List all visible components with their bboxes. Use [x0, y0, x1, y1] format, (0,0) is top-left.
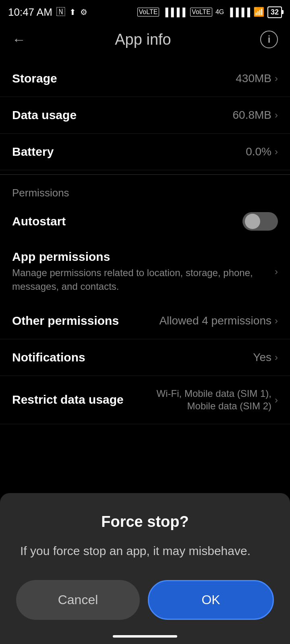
notifications-chevron: ›	[275, 352, 278, 363]
other-permissions-chevron: ›	[275, 315, 278, 326]
restrict-data-value: Wi-Fi, Mobile data (SIM 1), Mobile data …	[137, 387, 278, 412]
other-permissions-item[interactable]: Other permissions Allowed 4 permissions …	[0, 303, 290, 339]
app-permissions-title: App permissions	[12, 250, 275, 264]
cancel-button[interactable]: Cancel	[16, 580, 140, 620]
force-stop-dialog: Force stop? If you force stop an app, it…	[0, 493, 290, 644]
battery-chevron: ›	[275, 146, 278, 157]
modal-overlay: Force stop? If you force stop an app, it…	[0, 493, 290, 644]
wifi-icon: 📶	[253, 7, 264, 17]
info-button[interactable]: i	[260, 31, 278, 48]
divider-1	[0, 174, 290, 175]
battery-value: 0.0% ›	[246, 145, 278, 158]
restrict-data-item[interactable]: Restrict data usage Wi-Fi, Mobile data (…	[0, 376, 290, 424]
ok-button[interactable]: OK	[148, 580, 274, 620]
storage-label: Storage	[12, 72, 57, 85]
notifications-label: Notifications	[12, 351, 85, 364]
other-permissions-label: Other permissions	[12, 314, 119, 328]
volte-icon: VoLTE	[137, 8, 160, 17]
app-permissions-left: App permissions Manage permissions relat…	[12, 250, 275, 293]
modal-title: Force stop?	[16, 513, 274, 530]
data-usage-label: Data usage	[12, 108, 77, 122]
battery-indicator: 32	[267, 6, 282, 18]
app-permissions-item[interactable]: App permissions Manage permissions relat…	[0, 240, 290, 303]
modal-buttons: Cancel OK	[16, 580, 274, 620]
time-display: 10:47 AM	[8, 6, 52, 19]
app-permissions-desc: Manage permissions related to location, …	[12, 266, 275, 293]
data-usage-item[interactable]: Data usage 60.8MB ›	[0, 97, 290, 134]
app-permissions-chevron: ›	[275, 266, 278, 277]
home-indicator	[113, 635, 177, 638]
other-permissions-value: Allowed 4 permissions ›	[159, 314, 278, 327]
toggle-knob	[245, 214, 260, 229]
notifications-item[interactable]: Notifications Yes ›	[0, 339, 290, 376]
restrict-data-chevron: ›	[275, 394, 278, 406]
back-button[interactable]: ←	[12, 32, 26, 47]
storage-value: 430MB ›	[236, 72, 278, 85]
storage-item[interactable]: Storage 430MB ›	[0, 60, 290, 97]
storage-chevron: ›	[275, 73, 278, 84]
modal-body: If you force stop an app, it may misbeha…	[16, 542, 274, 560]
restrict-data-label: Restrict data usage	[12, 393, 124, 407]
battery-label: Battery	[12, 145, 54, 159]
status-icons: VoLTE ▐▐▐▐ VoLTE 4G ▐▐▐▐ 📶 32	[137, 6, 282, 18]
notification-icon: 🇳	[56, 7, 65, 17]
autostart-item: Autostart	[0, 202, 290, 240]
autostart-toggle[interactable]	[242, 212, 278, 231]
signal-icon-1: ▐▐▐▐	[162, 8, 185, 17]
signal-icon-2: ▐▐▐▐	[227, 8, 250, 17]
page-title: App info	[115, 31, 171, 48]
data-usage-value: 60.8MB ›	[233, 109, 278, 122]
notifications-value: Yes ›	[253, 351, 278, 364]
permissions-section-label: Permissions	[0, 179, 290, 202]
battery-level: 32	[271, 8, 279, 16]
status-time: 10:47 AM 🇳 ⬆ ⚙	[8, 6, 87, 19]
network-4g-icon: 4G	[215, 8, 224, 16]
autostart-label: Autostart	[12, 215, 66, 228]
battery-item[interactable]: Battery 0.0% ›	[0, 134, 290, 170]
volte-icon-2: VoLTE	[190, 8, 212, 17]
app-header: ← App info i	[0, 23, 290, 56]
data-usage-chevron: ›	[275, 109, 278, 121]
upload-icon: ⬆	[69, 7, 76, 17]
status-bar: 10:47 AM 🇳 ⬆ ⚙ VoLTE ▐▐▐▐ VoLTE 4G ▐▐▐▐ …	[0, 0, 290, 23]
settings-icon: ⚙	[80, 7, 87, 17]
